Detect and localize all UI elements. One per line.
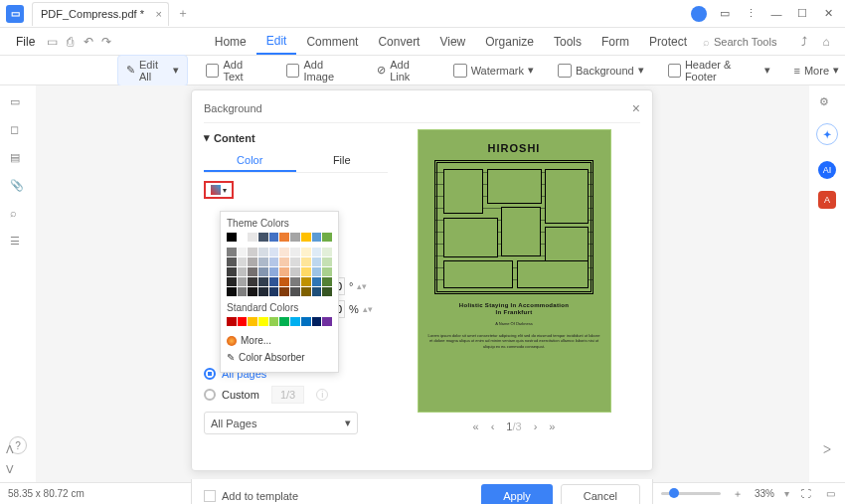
color-swatch[interactable] xyxy=(312,248,322,256)
prev-page-icon[interactable]: ‹ xyxy=(491,420,495,432)
color-swatch[interactable] xyxy=(227,277,237,286)
add-template-checkbox[interactable] xyxy=(204,490,216,502)
tab-file[interactable]: File xyxy=(296,150,389,172)
color-swatch[interactable] xyxy=(248,277,257,286)
color-swatch[interactable] xyxy=(301,277,311,286)
page-range-select[interactable]: All Pages ▾ xyxy=(204,412,358,434)
color-swatch[interactable] xyxy=(322,257,332,266)
color-swatch[interactable] xyxy=(248,248,257,256)
color-swatch[interactable] xyxy=(279,257,289,266)
add-text-button[interactable]: Add Text xyxy=(200,57,268,84)
add-link-button[interactable]: ⊘Add Link xyxy=(371,57,434,84)
color-swatch[interactable] xyxy=(322,233,332,242)
menu-tab-form[interactable]: Form xyxy=(592,29,639,55)
page-up-icon[interactable]: ᐱ xyxy=(6,443,22,456)
more-colors-button[interactable]: More... xyxy=(227,332,332,349)
color-swatch[interactable] xyxy=(248,267,257,276)
attachment-icon[interactable]: 📎 xyxy=(10,179,26,195)
stepper-icon[interactable]: ▴▾ xyxy=(363,304,373,314)
edit-all-button[interactable]: ✎ Edit All ▾ xyxy=(117,55,188,86)
redo-icon[interactable]: ↷ xyxy=(97,35,115,49)
color-swatch[interactable] xyxy=(227,287,237,296)
zoom-slider[interactable] xyxy=(661,492,721,495)
color-swatch[interactable] xyxy=(290,248,300,256)
color-swatch[interactable] xyxy=(258,267,268,276)
color-swatch[interactable] xyxy=(227,233,237,242)
apply-button[interactable]: Apply xyxy=(481,484,553,505)
color-swatch[interactable] xyxy=(269,233,279,242)
color-swatch[interactable] xyxy=(248,257,257,266)
color-swatch[interactable] xyxy=(269,267,279,276)
ai-assistant-button[interactable]: ✦ xyxy=(816,123,838,145)
window-feedback-icon[interactable]: ▭ xyxy=(714,3,736,25)
ai-blue-badge[interactable]: AI xyxy=(818,161,836,179)
color-swatch[interactable] xyxy=(312,233,322,242)
content-section-toggle[interactable]: ▾ Content xyxy=(204,131,388,144)
watermark-button[interactable]: Watermark▾ xyxy=(447,62,540,80)
maximize-button[interactable]: ☐ xyxy=(791,3,813,25)
share-icon[interactable]: ⤴ xyxy=(793,35,815,49)
color-swatch[interactable] xyxy=(322,277,332,286)
color-swatch[interactable] xyxy=(238,277,248,286)
color-swatch[interactable] xyxy=(238,287,248,296)
color-swatch[interactable] xyxy=(227,317,237,326)
next-page-icon[interactable]: › xyxy=(534,420,538,432)
document-tab[interactable]: PDF_Compress.pdf * × xyxy=(32,2,169,26)
chevron-down-icon[interactable]: ▾ xyxy=(784,488,789,499)
menu-tab-tools[interactable]: Tools xyxy=(544,29,592,55)
zoom-in-icon[interactable]: ＋ xyxy=(731,487,745,501)
layers-icon[interactable]: ▤ xyxy=(10,151,26,167)
color-swatch[interactable] xyxy=(290,287,300,296)
color-swatch[interactable] xyxy=(301,257,311,266)
color-swatch[interactable] xyxy=(322,287,332,296)
tool-search-input[interactable] xyxy=(714,36,793,48)
close-tab-icon[interactable]: × xyxy=(156,8,162,20)
background-button[interactable]: Background▾ xyxy=(552,62,650,80)
color-swatch[interactable] xyxy=(269,287,279,296)
color-swatch[interactable] xyxy=(258,233,268,242)
color-swatch[interactable] xyxy=(301,233,311,242)
color-swatch[interactable] xyxy=(312,277,322,286)
color-swatch[interactable] xyxy=(269,277,279,286)
menu-tab-organize[interactable]: Organize xyxy=(475,29,544,55)
color-swatch[interactable] xyxy=(269,248,279,256)
custom-pages-radio[interactable]: Custom 1/3 i xyxy=(204,386,388,404)
color-swatch[interactable] xyxy=(290,267,300,276)
color-swatch[interactable] xyxy=(227,248,237,256)
properties-icon[interactable]: ⚙ xyxy=(819,95,835,111)
menu-tab-comment[interactable]: Comment xyxy=(296,29,368,55)
color-swatch[interactable] xyxy=(312,257,322,266)
color-swatch[interactable] xyxy=(248,233,257,242)
close-window-button[interactable]: ✕ xyxy=(817,3,839,25)
color-swatch[interactable] xyxy=(279,277,289,286)
first-page-icon[interactable]: « xyxy=(473,420,479,432)
color-swatch[interactable] xyxy=(248,317,257,326)
more-button[interactable]: ≡More▾ xyxy=(788,62,845,79)
menu-tab-convert[interactable]: Convert xyxy=(368,29,429,55)
color-swatch[interactable] xyxy=(279,267,289,276)
color-swatch[interactable] xyxy=(258,248,268,256)
color-swatch[interactable] xyxy=(269,257,279,266)
cancel-button[interactable]: Cancel xyxy=(561,484,640,505)
menu-tab-protect[interactable]: Protect xyxy=(639,29,697,55)
page-down-icon[interactable]: ᐯ xyxy=(6,463,22,476)
ai-red-badge[interactable]: A xyxy=(818,191,836,209)
color-swatch[interactable] xyxy=(238,317,248,326)
color-swatch[interactable] xyxy=(312,267,322,276)
color-swatch[interactable] xyxy=(238,257,248,266)
color-swatch[interactable] xyxy=(290,257,300,266)
color-swatch[interactable] xyxy=(258,317,268,326)
color-swatch[interactable] xyxy=(290,233,300,242)
color-swatch[interactable] xyxy=(238,248,248,256)
color-swatch[interactable] xyxy=(279,317,289,326)
zoom-knob[interactable] xyxy=(669,488,679,498)
user-badge[interactable] xyxy=(688,3,710,25)
color-swatch[interactable] xyxy=(238,233,248,242)
fullscreen-icon[interactable]: ⛶ xyxy=(799,488,813,499)
dialog-close-icon[interactable]: × xyxy=(632,100,640,116)
color-swatch[interactable] xyxy=(301,317,311,326)
color-swatch[interactable] xyxy=(227,267,237,276)
color-picker-button[interactable]: ▾ xyxy=(204,181,234,199)
color-swatch[interactable] xyxy=(258,277,268,286)
tool-search[interactable]: ⌕ xyxy=(703,36,793,48)
